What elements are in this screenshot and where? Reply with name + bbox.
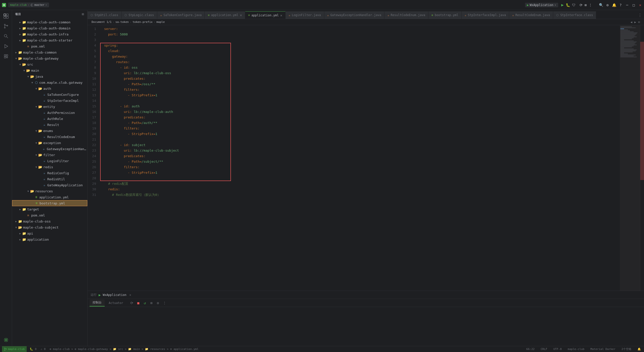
debug-button[interactable]: 🐛	[566, 3, 570, 7]
sidebar-item-filter[interactable]: ▼ 📂 filter	[12, 152, 87, 158]
breadcrumb-maple[interactable]: maple	[156, 20, 165, 24]
rerun-action-icon[interactable]: ↺	[142, 300, 147, 305]
sidebar-item-auth[interactable]: ▼ 📂 auth	[12, 85, 87, 92]
sidebar-item-exception[interactable]: ▼ 📂 exception	[12, 140, 87, 146]
status-path-item[interactable]: 🐛 0	[29, 347, 37, 351]
sidebar-item-api[interactable]: ▶ 📁 api	[12, 230, 87, 236]
sidebar-item-redis[interactable]: ▼ 📂 redis	[12, 164, 87, 170]
status-git-branch[interactable]: maple-club	[2, 346, 27, 352]
sidebar-item-maple-club-auth-common[interactable]: ▶ 📁 maple-club-auth-common	[12, 19, 87, 25]
help-icon[interactable]: ?	[619, 3, 622, 7]
sidebar-item-ResultCodeEnum[interactable]: ▶ ☕ ResultCodeEnum	[12, 134, 87, 140]
sidebar-item-application-yml[interactable]: ▶ ≡ application.yml	[12, 194, 87, 200]
tab-ResultCodeEnum-java[interactable]: ☕ ResultCodeEnum.java	[384, 11, 428, 19]
tab-GatewayExceptionHandler-java[interactable]: ☕ GatewayExceptionHandler.java	[324, 11, 385, 19]
sidebar-item-entity[interactable]: ▼ 📂 entity	[12, 104, 87, 110]
notifications-icon[interactable]: 🔔	[612, 3, 616, 7]
breadcrumb-document[interactable]: Document 1/1	[92, 20, 111, 24]
breadcrumb-sa-token[interactable]: sa-token	[115, 20, 129, 24]
activity-run-debug-icon[interactable]	[2, 42, 11, 51]
sidebar-item-LoginFilter[interactable]: ▶ ☕ LoginFilter	[12, 158, 87, 164]
update-button[interactable]: ⟳	[580, 3, 583, 7]
sidebar-item-pom-auth[interactable]: ▶ m pom.xml	[12, 43, 87, 49]
activity-vcs-icon[interactable]	[2, 22, 11, 31]
tab-StpInterfaceImpl-java[interactable]: ☕ StpInterfaceImpl.java	[462, 11, 509, 19]
tab-SaTokenConfigure-java[interactable]: ☕ SaTokenConfigure.java	[157, 11, 205, 19]
status-indent[interactable]: 2个空格	[620, 347, 632, 351]
sidebar-item-main[interactable]: ▼ 📂 main	[12, 67, 87, 73]
sidebar-item-package-gateway[interactable]: ▼ ⬡ com.maple.club.gateway	[12, 79, 87, 85]
sidebar-item-maple-club-subject[interactable]: ▼ 📂 maple-club-subject	[12, 224, 87, 230]
sidebar-item-RedisConfig[interactable]: ▶ ☕ RedisConfig	[12, 170, 87, 176]
status-theme[interactable]: Material Darker	[589, 347, 616, 351]
minimize-button[interactable]: ─	[625, 3, 629, 7]
bottom-tab-actuator[interactable]: Actuator	[106, 299, 126, 306]
sidebar-item-src[interactable]: ▼ 📂 src	[12, 61, 87, 67]
filter-action-icon[interactable]: ⊞	[149, 300, 154, 305]
settings-action-icon[interactable]: ⚙	[155, 300, 160, 305]
bottom-tab-console[interactable]: 控制台	[90, 299, 105, 306]
sidebar-item-AuthPermission[interactable]: ▶ ☕ AuthPermission	[12, 110, 87, 116]
refresh-action-icon[interactable]: ⟳	[129, 300, 134, 305]
more-button[interactable]: ⋮	[589, 3, 592, 7]
editor-collapse-icon[interactable]: ⊟	[638, 20, 640, 24]
project-branch-selector[interactable]: maple-club › master ▾	[8, 3, 49, 7]
close-button[interactable]: ✕	[638, 3, 642, 7]
sidebar-item-application-folder[interactable]: ▶ 📁 application	[12, 236, 87, 242]
tab-LoginFilter-java[interactable]: ☕ LoginFilter.java	[286, 11, 324, 19]
sidebar-item-maple-club-gateway[interactable]: ▼ 📂 maple-club-gateway	[12, 55, 87, 61]
sidebar-item-GateWayApplication[interactable]: ▶ ☕ GateWayApplication	[12, 182, 87, 188]
split-button[interactable]: ⊞	[585, 3, 587, 7]
editor-nav-next[interactable]: ▶	[634, 20, 636, 24]
sidebar-item-bootstrap-yml[interactable]: ▶ ≡ bootstrap.yml	[12, 200, 87, 206]
tab-close-icon[interactable]: ✕	[240, 13, 242, 17]
code-content[interactable]: server: port: 5000 spring: cloud: gatewa…	[100, 25, 620, 291]
status-notifications-bell[interactable]: 🔔	[636, 347, 642, 351]
coverage-button[interactable]: 🛡	[572, 3, 576, 7]
sidebar-item-maple-club-oss[interactable]: ▶ 📁 maple-club-oss	[12, 218, 87, 224]
status-position[interactable]: 66:22	[525, 347, 536, 351]
tab-StpLogic-class[interactable]: ⬡ StpLogic.class	[122, 11, 157, 19]
sidebar-item-maple-club-auth-domain[interactable]: ▶ 📁 maple-club-auth-domain	[12, 25, 87, 31]
activity-plugins-icon[interactable]	[2, 52, 11, 61]
editor-nav-prev[interactable]: ◀	[630, 20, 632, 24]
tab-StpInterface-class[interactable]: ⬡ StpInterface.class	[553, 11, 596, 19]
tab-more-button[interactable]: ⋮	[636, 11, 644, 19]
run-play-icon[interactable]: ▶	[99, 293, 101, 297]
activity-settings-icon[interactable]	[2, 335, 11, 344]
sidebar-item-maple-club-common[interactable]: ▶ 📁 maple-club-common	[12, 49, 87, 55]
sidebar-item-StpInterfaceImpl[interactable]: ▶ ☕ StpInterfaceImpl	[12, 98, 87, 104]
sidebar-item-GatewayExceptionHandler[interactable]: ▶ ☕ GatewayExceptionHandler	[12, 146, 87, 152]
sidebar-item-target[interactable]: ▶ 📁 target	[12, 206, 87, 212]
sidebar-item-pom-gateway[interactable]: ▶ m pom.xml	[12, 212, 87, 218]
sidebar-collapse-icon[interactable]: ⊞	[82, 12, 84, 16]
sidebar-item-maple-club-auth-starter[interactable]: ▶ 📁 maple-club-auth-starter	[12, 37, 87, 43]
run-config-selector[interactable]: ▶ WxApplication ▾	[525, 3, 558, 7]
tab-StpUtil-class[interactable]: ⬡ StpUtil.class	[88, 11, 122, 19]
tab-application-yml[interactable]: ≡ application.yml ✕	[205, 11, 245, 19]
run-button[interactable]: ▶	[561, 3, 564, 7]
sidebar-item-enums[interactable]: ▼ 📂 enums	[12, 128, 87, 134]
maximize-button[interactable]: □	[632, 3, 635, 7]
settings-toolbar-icon[interactable]: ⚙	[606, 3, 609, 7]
tab-ResultCodeEnum-java2[interactable]: ☕ ResultCodeEnum.java	[509, 11, 553, 19]
sidebar-item-maple-club-auth-infra[interactable]: ▶ 📁 maple-club-auth-infra	[12, 31, 87, 37]
more-action-icon[interactable]: ⋮	[162, 300, 167, 305]
run-tab-close[interactable]: ✕	[129, 293, 131, 297]
activity-search-icon[interactable]	[2, 32, 11, 41]
sidebar-item-AuthRole[interactable]: ▶ ☕ AuthRole	[12, 116, 87, 122]
tab-close-icon[interactable]: ✕	[280, 14, 282, 17]
status-line-ending[interactable]: CRLF	[540, 347, 548, 351]
breadcrumb-token-prefix[interactable]: token-prefix	[133, 20, 152, 24]
stop-action-icon[interactable]: ■	[136, 300, 141, 305]
search-toolbar-icon[interactable]: 🔍	[599, 3, 603, 7]
tab-bootstrap-yml-2[interactable]: ≡ bootstrap.yml	[428, 11, 462, 19]
status-encoding[interactable]: UTF-8	[552, 347, 563, 351]
status-project-name[interactable]: maple-club	[567, 347, 585, 351]
sidebar-item-Result[interactable]: ▶ ☕ Result	[12, 122, 87, 128]
status-warnings-item[interactable]: ⚠ 0	[39, 347, 47, 351]
sidebar-item-resources[interactable]: ▼ 📂 resources	[12, 188, 87, 194]
sidebar-item-RedisUtil[interactable]: ▶ ☕ RedisUtil	[12, 176, 87, 182]
tab-bootstrap-yml[interactable]: ≡ application.yml ✕	[245, 11, 286, 19]
sidebar-item-java[interactable]: ▼ 📂 java	[12, 73, 87, 79]
